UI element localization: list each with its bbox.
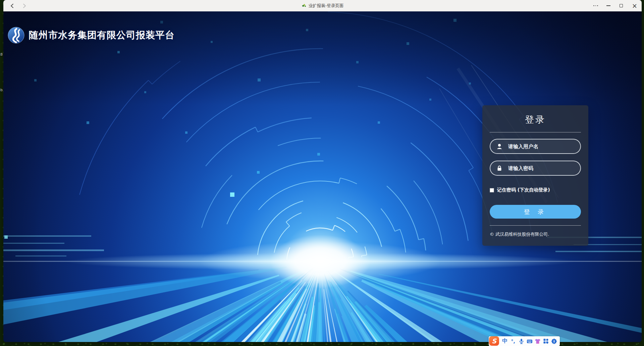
maximize-button[interactable] xyxy=(615,0,628,11)
chevron-left-icon xyxy=(10,3,15,9)
remember-checkbox[interactable] xyxy=(490,188,494,192)
app-window: 业扩报装-登录页面 × xyxy=(3,0,642,342)
user-icon xyxy=(496,143,502,150)
close-icon: × xyxy=(632,3,637,9)
ellipsis-icon xyxy=(593,5,598,6)
brand-header: 随州市水务集团有限公司报装平台 xyxy=(8,27,175,44)
back-button[interactable] xyxy=(7,1,17,10)
desktop-icon-label-fragment: b xyxy=(0,88,3,92)
minimize-button[interactable] xyxy=(602,0,615,11)
divider xyxy=(490,132,581,132)
username-input[interactable] xyxy=(507,143,574,150)
close-button[interactable]: × xyxy=(628,0,642,11)
nav-buttons xyxy=(3,1,29,10)
water-company-logo-icon xyxy=(8,27,24,44)
minimize-icon xyxy=(606,5,610,6)
window-title: 业扩报装-登录页面 xyxy=(309,3,344,9)
username-field[interactable] xyxy=(490,139,581,154)
settings-flower-icon[interactable] xyxy=(550,336,558,346)
punctuation-icon[interactable]: °, xyxy=(509,336,518,346)
toolbox-grid-icon[interactable] xyxy=(542,336,550,346)
divider xyxy=(490,225,581,226)
sogou-logo-icon[interactable]: S xyxy=(489,336,499,346)
remember-label: 记住密码 (下次自动登录) xyxy=(497,187,550,193)
desktop-icon-label-fragment: 8 xyxy=(0,52,3,57)
lock-icon xyxy=(496,165,502,171)
forward-button[interactable] xyxy=(19,1,29,10)
login-button[interactable]: 登 录 xyxy=(490,205,581,219)
chinese-mode-icon[interactable]: 中 xyxy=(501,336,509,346)
password-input[interactable] xyxy=(507,165,574,172)
more-options-button[interactable] xyxy=(589,0,602,11)
keyboard-icon[interactable] xyxy=(526,336,534,346)
page-content: 随州市水务集团有限公司报装平台 登录 xyxy=(3,11,642,342)
platform-title: 随州市水务集团有限公司报装平台 xyxy=(29,29,175,42)
login-title: 登录 xyxy=(482,114,588,126)
window-title-group: 业扩报装-登录页面 xyxy=(302,0,344,11)
chevron-right-icon xyxy=(22,3,27,9)
copyright: © 武汉易维科技股份有限公司. xyxy=(490,231,549,237)
password-field[interactable] xyxy=(490,161,581,176)
desktop-screen: 8 b xyxy=(0,0,644,346)
ime-toolbar: S 中 °, xyxy=(489,336,560,346)
app-favicon-icon xyxy=(302,3,306,8)
microphone-icon[interactable] xyxy=(517,336,526,346)
login-panel: 登录 xyxy=(482,105,588,246)
maximize-icon xyxy=(620,4,623,7)
titlebar: 业扩报装-登录页面 × xyxy=(3,0,642,11)
skin-shirt-icon[interactable] xyxy=(534,336,542,346)
window-controls: × xyxy=(589,0,642,11)
remember-password-row[interactable]: 记住密码 (下次自动登录) xyxy=(490,187,550,193)
